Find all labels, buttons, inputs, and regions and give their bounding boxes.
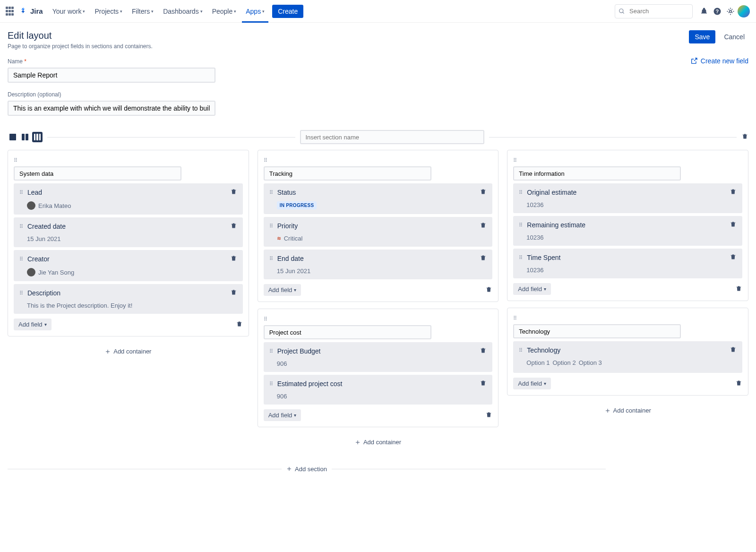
field-card-remaining-estimate: ⠿Remaining estimate10236 xyxy=(513,216,742,246)
search-box[interactable] xyxy=(615,4,693,18)
delete-field-icon[interactable] xyxy=(480,254,487,263)
field-value: 10236 xyxy=(526,201,543,208)
field-card-status: ⠿StatusIN PROGRESS xyxy=(264,183,493,214)
container-title-input[interactable] xyxy=(513,166,681,181)
drag-handle-icon[interactable]: ⠿ xyxy=(513,157,517,163)
add-container-button[interactable]: Add container xyxy=(355,439,401,446)
drag-handle-icon[interactable]: ⠿ xyxy=(269,256,274,262)
add-field-button[interactable]: Add field ▾ xyxy=(513,283,551,295)
delete-field-icon[interactable] xyxy=(230,255,237,263)
create-button[interactable]: Create xyxy=(272,5,303,18)
drag-handle-icon[interactable]: ⠿ xyxy=(519,347,523,354)
add-section-button[interactable]: Add section xyxy=(286,466,327,473)
drag-handle-icon[interactable]: ⠿ xyxy=(264,157,268,163)
container-title-input[interactable] xyxy=(513,324,681,338)
drag-handle-icon[interactable]: ⠿ xyxy=(264,316,268,322)
delete-field-icon[interactable] xyxy=(730,346,737,354)
section-name-input[interactable] xyxy=(300,130,484,144)
drag-handle-icon[interactable]: ⠿ xyxy=(269,190,274,196)
delete-section-icon[interactable] xyxy=(741,133,748,141)
add-field-button[interactable]: Add field ▾ xyxy=(264,409,301,421)
drag-handle-icon[interactable]: ⠿ xyxy=(519,255,523,261)
drag-handle-icon[interactable]: ⠿ xyxy=(269,381,274,387)
delete-field-icon[interactable] xyxy=(730,221,737,229)
layout-1col-icon[interactable] xyxy=(8,132,18,142)
delete-container-icon[interactable] xyxy=(735,285,742,293)
logo-text: Jira xyxy=(30,7,43,15)
field-card-technology: ⠿TechnologyOption 1Option 2Option 3 xyxy=(513,341,742,373)
delete-field-icon[interactable] xyxy=(480,222,487,230)
field-title: Lead xyxy=(27,189,42,196)
chevron-down-icon: ▾ xyxy=(294,413,296,418)
drag-handle-icon[interactable]: ⠿ xyxy=(269,223,274,229)
profile-avatar[interactable] xyxy=(737,5,750,18)
column-3: ⠿⠿Original estimate10236⠿Remaining estim… xyxy=(507,150,748,447)
add-section-row: Add section xyxy=(8,466,748,473)
nav-item-your-work[interactable]: Your work ▾ xyxy=(49,5,89,18)
name-input[interactable] xyxy=(8,68,215,83)
drag-handle-icon[interactable]: ⠿ xyxy=(19,256,24,262)
container-title-input[interactable] xyxy=(264,325,431,339)
drag-handle-icon[interactable]: ⠿ xyxy=(14,157,18,163)
delete-container-icon[interactable] xyxy=(236,320,243,329)
create-new-field-link[interactable]: Create new field xyxy=(690,57,748,65)
drag-handle-icon[interactable]: ⠿ xyxy=(19,190,24,196)
container-time-information: ⠿⠿Original estimate10236⠿Remaining estim… xyxy=(507,150,748,301)
priority-icon: ≋ xyxy=(277,235,281,242)
delete-container-icon[interactable] xyxy=(735,380,742,388)
page-title: Edit layout xyxy=(8,30,153,41)
field-title: Priority xyxy=(277,222,298,230)
add-field-button[interactable]: Add field ▾ xyxy=(513,378,551,389)
nav-item-filters[interactable]: Filters ▾ xyxy=(128,5,157,18)
field-value: This is the Project description. Enjoy i… xyxy=(27,302,132,309)
delete-container-icon[interactable] xyxy=(485,286,492,294)
search-input[interactable] xyxy=(615,4,693,18)
delete-field-icon[interactable] xyxy=(230,222,237,231)
nav-item-projects[interactable]: Projects ▾ xyxy=(91,5,126,18)
layout-2col-icon[interactable] xyxy=(20,132,30,142)
app-switcher-icon[interactable] xyxy=(6,7,15,16)
drag-handle-icon[interactable]: ⠿ xyxy=(19,224,24,230)
layout-3col-icon[interactable] xyxy=(32,132,43,142)
delete-field-icon[interactable] xyxy=(230,188,237,197)
nav-item-dashboards[interactable]: Dashboards ▾ xyxy=(159,5,206,18)
field-value: 10236 xyxy=(526,267,543,274)
container-title-input[interactable] xyxy=(264,166,431,181)
columns-area: ⠿⠿LeadErika Mateo⠿Created date15 Jun 202… xyxy=(8,150,748,447)
drag-handle-icon[interactable]: ⠿ xyxy=(269,348,274,354)
chevron-down-icon: ▾ xyxy=(262,9,265,14)
add-container-button[interactable]: Add container xyxy=(605,407,651,414)
nav-item-people[interactable]: People ▾ xyxy=(208,5,241,18)
name-label: Name * xyxy=(8,58,26,65)
drag-handle-icon[interactable]: ⠿ xyxy=(513,315,517,321)
notifications-icon[interactable] xyxy=(697,5,711,18)
settings-icon[interactable] xyxy=(724,5,737,18)
field-card-creator: ⠿CreatorJie Yan Song xyxy=(14,250,243,281)
delete-container-icon[interactable] xyxy=(485,411,492,420)
jira-logo[interactable]: Jira xyxy=(19,7,43,16)
drag-handle-icon[interactable]: ⠿ xyxy=(519,190,523,196)
delete-field-icon[interactable] xyxy=(730,253,737,262)
cancel-button[interactable]: Cancel xyxy=(720,30,748,43)
user-avatar-icon xyxy=(27,201,35,210)
delete-field-icon[interactable] xyxy=(230,289,237,297)
field-card-original-estimate: ⠿Original estimate10236 xyxy=(513,183,742,213)
save-button[interactable]: Save xyxy=(689,30,715,43)
field-title: Project Budget xyxy=(277,347,321,355)
external-link-icon xyxy=(690,57,698,65)
help-icon[interactable]: ? xyxy=(711,5,724,18)
add-container-button[interactable]: Add container xyxy=(105,348,151,355)
delete-field-icon[interactable] xyxy=(480,188,487,197)
nav-item-apps[interactable]: Apps ▾ xyxy=(242,5,268,23)
container-system-data: ⠿⠿LeadErika Mateo⠿Created date15 Jun 202… xyxy=(8,150,249,336)
description-input[interactable] xyxy=(8,101,215,116)
drag-handle-icon[interactable]: ⠿ xyxy=(519,222,523,228)
delete-field-icon[interactable] xyxy=(480,347,487,355)
add-field-button[interactable]: Add field ▾ xyxy=(14,319,52,330)
container-technology: ⠿⠿TechnologyOption 1Option 2Option 3Add … xyxy=(507,308,748,396)
drag-handle-icon[interactable]: ⠿ xyxy=(19,290,24,296)
delete-field-icon[interactable] xyxy=(480,380,487,388)
delete-field-icon[interactable] xyxy=(730,188,737,197)
container-title-input[interactable] xyxy=(14,166,181,181)
add-field-button[interactable]: Add field ▾ xyxy=(264,284,301,296)
